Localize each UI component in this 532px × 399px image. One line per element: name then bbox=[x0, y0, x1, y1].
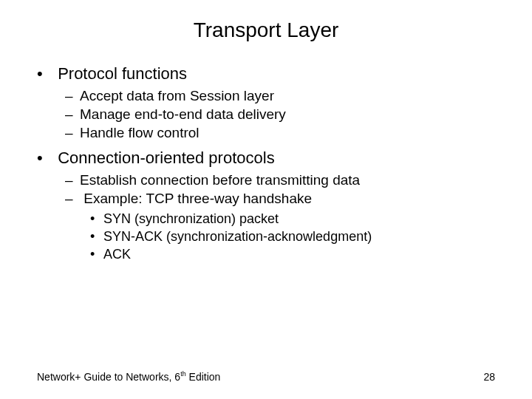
slide: Transport Layer Protocol functions Accep… bbox=[0, 0, 532, 399]
sub-item: Example: TCP three-way handshake SYN (sy… bbox=[65, 191, 495, 262]
sub-text: Handle flow control bbox=[80, 125, 200, 140]
footer: Network+ Guide to Networks, 6th Edition … bbox=[37, 370, 495, 383]
page-number: 28 bbox=[483, 371, 495, 383]
bullet-item: Protocol functions Accept data from Sess… bbox=[37, 64, 495, 141]
subsub-item: ACK bbox=[90, 247, 495, 262]
subsub-item: SYN (synchronization) packet bbox=[90, 211, 495, 227]
sub-text: Establish connection before transmitting… bbox=[80, 172, 360, 188]
bullet-text: Protocol functions bbox=[58, 64, 187, 83]
sub-list: Accept data from Session layer Manage en… bbox=[37, 88, 495, 141]
subsub-item: SYN-ACK (synchronization-acknowledgment) bbox=[90, 229, 495, 245]
bullet-text: Connection-oriented protocols bbox=[58, 149, 275, 167]
slide-title: Transport Layer bbox=[37, 18, 495, 42]
bullet-item: Connection-oriented protocols Establish … bbox=[37, 149, 495, 262]
footer-source-suffix: Edition bbox=[186, 371, 221, 383]
subsub-text: ACK bbox=[103, 247, 131, 262]
sub-item: Manage end-to-end data delivery bbox=[65, 106, 495, 123]
footer-source: Network+ Guide to Networks, 6th Edition bbox=[37, 370, 220, 383]
footer-source-ord: th bbox=[180, 370, 186, 378]
subsub-text: SYN-ACK (synchronization-acknowledgment) bbox=[103, 229, 372, 244]
sub-text: Manage end-to-end data delivery bbox=[80, 106, 286, 122]
sub-list: Establish connection before transmitting… bbox=[37, 172, 495, 262]
subsub-list: SYN (synchronization) packet SYN-ACK (sy… bbox=[65, 211, 495, 262]
bullet-list: Protocol functions Accept data from Sess… bbox=[37, 64, 495, 262]
sub-item: Handle flow control bbox=[65, 125, 495, 141]
footer-source-prefix: Network+ Guide to Networks, 6 bbox=[37, 371, 180, 383]
sub-text: Accept data from Session layer bbox=[80, 88, 274, 103]
sub-item: Establish connection before transmitting… bbox=[65, 172, 495, 188]
subsub-text: SYN (synchronization) packet bbox=[103, 211, 279, 226]
sub-text: Example: TCP three-way handshake bbox=[83, 191, 312, 206]
sub-item: Accept data from Session layer bbox=[65, 88, 495, 104]
